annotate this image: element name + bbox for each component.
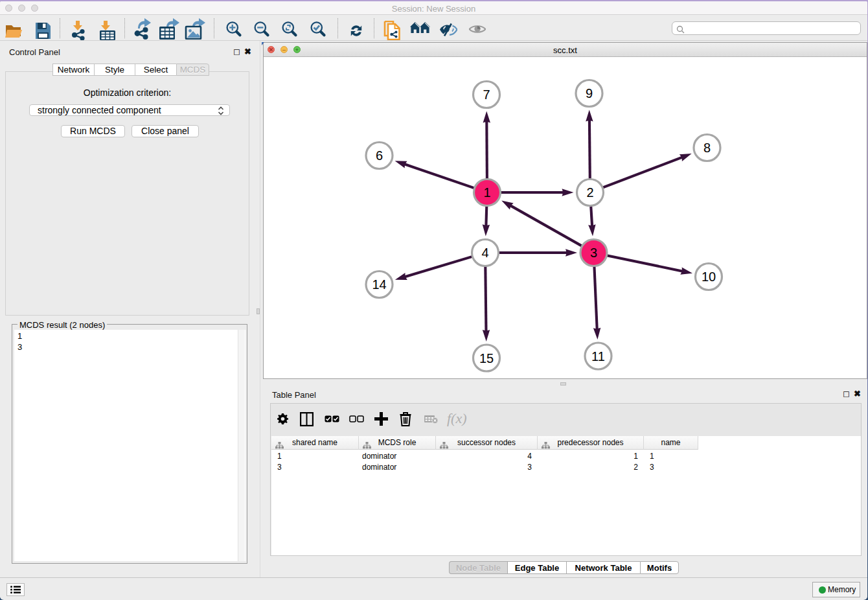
- svg-text:2: 2: [586, 185, 593, 200]
- svg-text:10: 10: [702, 270, 716, 284]
- svg-text:6: 6: [376, 148, 383, 163]
- svg-text:8: 8: [703, 141, 711, 155]
- svg-text:14: 14: [372, 277, 386, 292]
- svg-text:11: 11: [591, 349, 605, 363]
- svg-text:15: 15: [479, 351, 494, 365]
- svg-text:1: 1: [483, 185, 490, 200]
- svg-text:4: 4: [481, 246, 488, 260]
- svg-text:3: 3: [590, 246, 597, 260]
- svg-text:7: 7: [483, 87, 490, 102]
- svg-text:9: 9: [586, 86, 593, 100]
